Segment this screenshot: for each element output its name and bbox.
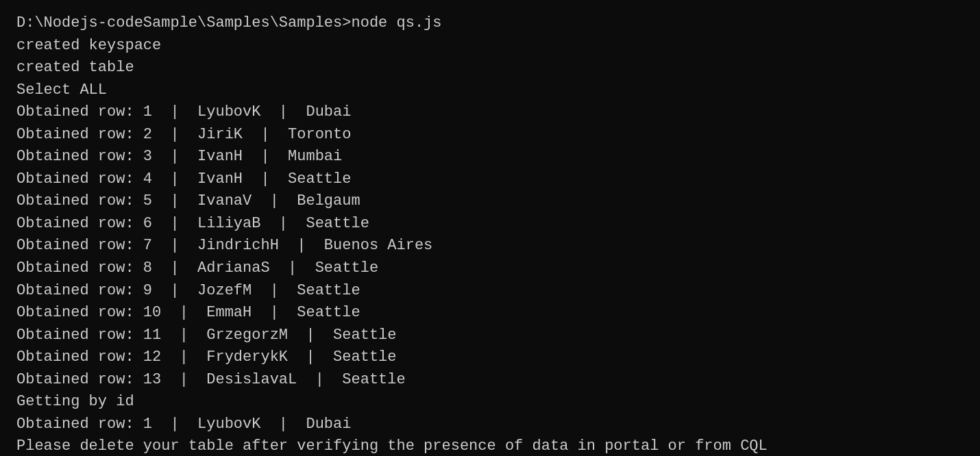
terminal-line: Obtained row: 1 | LyubovK | Dubai	[16, 101, 964, 124]
terminal-line: Obtained row: 6 | LiliyaB | Seattle	[16, 213, 964, 236]
terminal-line: Getting by id	[16, 391, 964, 414]
terminal-line: Obtained row: 2 | JiriK | Toronto	[16, 124, 964, 147]
terminal-line: Obtained row: 8 | AdrianaS | Seattle	[16, 257, 964, 280]
terminal-line: Obtained row: 9 | JozefM | Seattle	[16, 280, 964, 303]
terminal-line: Obtained row: 3 | IvanH | Mumbai	[16, 146, 964, 168]
terminal-window: D:\Nodejs-codeSample\Samples\Samples>nod…	[16, 12, 964, 456]
terminal-line: Obtained row: 4 | IvanH | Seattle	[16, 168, 964, 191]
terminal-line: Obtained row: 12 | FryderykK | Seattle	[16, 346, 964, 369]
terminal-line: D:\Nodejs-codeSample\Samples\Samples>nod…	[16, 12, 964, 35]
terminal-line: Obtained row: 10 | EmmaH | Seattle	[16, 302, 964, 325]
terminal-line: Please delete your table after verifying…	[16, 435, 964, 456]
terminal-line: created keyspace	[16, 35, 964, 58]
terminal-line: Select ALL	[16, 79, 964, 102]
terminal-line: Obtained row: 1 | LyubovK | Dubai	[16, 414, 964, 436]
terminal-line: Obtained row: 13 | DesislavaL | Seattle	[16, 369, 964, 392]
terminal-line: Obtained row: 11 | GrzegorzM | Seattle	[16, 325, 964, 347]
terminal-line: Obtained row: 5 | IvanaV | Belgaum	[16, 190, 964, 213]
terminal-line: Obtained row: 7 | JindrichH | Buenos Air…	[16, 235, 964, 257]
terminal-line: created table	[16, 57, 964, 79]
